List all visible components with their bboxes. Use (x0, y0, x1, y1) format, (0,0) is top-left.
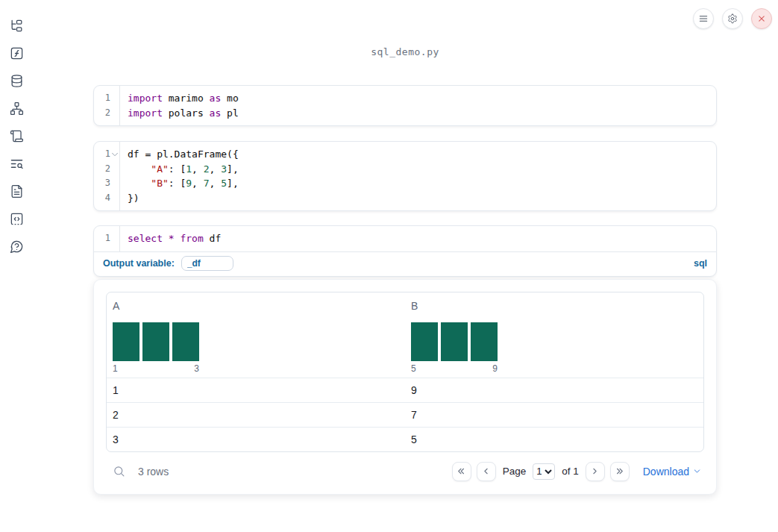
code-square-icon (10, 212, 24, 226)
code-line: 1import marimo as mo (94, 91, 716, 106)
table-row[interactable]: 19 (107, 378, 703, 402)
column-name: A (113, 300, 399, 312)
sidebar-item-variables[interactable] (9, 46, 24, 60)
code-text: df = pl.DataFrame({ (119, 147, 239, 162)
code-line: 3 "B": [9, 7, 5], (94, 176, 716, 191)
code-line: 1select * from df (94, 231, 716, 246)
page-of-label: of 1 (562, 466, 579, 477)
network-icon (10, 101, 24, 116)
histogram-bar (441, 322, 468, 361)
last-page-button[interactable] (610, 462, 630, 481)
search-button[interactable] (113, 465, 125, 478)
fold-toggle-icon[interactable] (110, 150, 119, 159)
sidebar-item-logs[interactable] (9, 128, 24, 143)
histogram-max-label: 3 (194, 363, 199, 374)
pagination: Page 1 of 1 (452, 462, 630, 481)
table-header: A13B59 (107, 292, 703, 378)
next-page-button[interactable] (586, 462, 605, 481)
sql-cell-footer: Output variable: sql (94, 251, 716, 276)
code-cell-dataframe[interactable]: 1df = pl.DataFrame({2 "A": [1, 2, 3],3 "… (93, 141, 717, 211)
code-editor[interactable]: 1select * from df (94, 226, 716, 251)
sidebar-item-dependencies[interactable] (9, 101, 24, 116)
file-text-icon (10, 184, 24, 198)
sidebar-item-help[interactable] (9, 239, 24, 254)
column-header-A[interactable]: A13 (107, 292, 405, 378)
table-cell: 2 (107, 409, 405, 421)
output-variable-input[interactable] (181, 256, 233, 271)
code-line: 2 "A": [1, 2, 3], (94, 162, 716, 177)
histogram-axis-labels: 13 (113, 363, 199, 376)
code-text: select * from df (119, 231, 221, 246)
page-select[interactable]: 1 (533, 463, 555, 480)
histogram-bar (113, 322, 139, 361)
line-number: 3 (94, 176, 110, 191)
column-histogram (411, 322, 697, 361)
help-bubble-icon (10, 240, 24, 254)
table-body: 192735 (107, 378, 703, 451)
row-count-label: 3 rows (138, 466, 169, 478)
line-number: 1 (94, 231, 110, 246)
download-button[interactable]: Download (643, 466, 701, 478)
sidebar-item-outline[interactable] (9, 156, 24, 171)
code-editor[interactable]: 1df = pl.DataFrame({2 "A": [1, 2, 3],3 "… (94, 142, 716, 210)
line-number: 2 (94, 162, 110, 177)
code-line: 4}) (94, 191, 716, 206)
column-name: B (411, 300, 697, 312)
table-cell: 3 (107, 434, 405, 445)
code-text: import polars as pl (119, 106, 239, 121)
download-label: Download (643, 466, 689, 478)
text-search-icon (10, 157, 24, 171)
table-cell: 5 (405, 434, 703, 445)
scroll-icon (10, 129, 24, 143)
line-number: 1 (94, 91, 110, 106)
code-text: "B": [9, 7, 5], (119, 176, 239, 191)
file-tree-icon (10, 19, 24, 33)
column-header-B[interactable]: B59 (405, 292, 703, 378)
function-square-icon (10, 46, 24, 60)
histogram-bar (411, 322, 438, 361)
output-variable-label: Output variable: (103, 258, 175, 269)
table-cell: 1 (107, 384, 405, 396)
sidebar-item-snippets[interactable] (9, 211, 24, 226)
settings-button[interactable] (722, 8, 743, 29)
line-number: 1 (94, 147, 110, 162)
histogram-min-label: 1 (113, 363, 118, 374)
close-button[interactable] (751, 8, 772, 29)
chevron-down-icon (693, 467, 701, 475)
sidebar-item-documentation[interactable] (9, 184, 24, 198)
sql-language-badge: sql (694, 258, 707, 269)
gear-icon (727, 13, 738, 24)
histogram-axis-labels: 59 (411, 363, 498, 376)
menu-button[interactable] (693, 8, 714, 29)
chevrons-right-icon (615, 466, 624, 476)
chevron-right-icon (590, 466, 600, 476)
code-text: import marimo as mo (119, 91, 239, 106)
code-cell-imports[interactable]: 1import marimo as mo2import polars as pl (93, 85, 717, 126)
menu-icon (698, 13, 709, 24)
first-page-button[interactable] (452, 462, 471, 481)
code-line: 2import polars as pl (94, 106, 716, 121)
column-histogram (113, 322, 399, 361)
table-row[interactable]: 27 (107, 402, 703, 427)
sql-cell[interactable]: 1select * from df Output variable: sql (93, 225, 717, 277)
table-row[interactable]: 35 (107, 427, 703, 451)
code-text: }) (119, 191, 139, 206)
sidebar-item-datasources[interactable] (9, 73, 24, 88)
sidebar-item-file-explorer[interactable] (9, 18, 24, 33)
line-number: 4 (94, 191, 110, 206)
notebook-actions (693, 8, 772, 29)
search-icon (113, 465, 125, 478)
code-text: "A": [1, 2, 3], (119, 162, 239, 177)
chevrons-left-icon (457, 466, 466, 476)
histogram-bar (471, 322, 498, 361)
notebook-filename: sql_demo.py (93, 46, 717, 57)
prev-page-button[interactable] (477, 462, 496, 481)
histogram-bar (142, 322, 169, 361)
sql-output-card: A13B59 192735 3 rows Page 1 of 1 Downloa… (93, 279, 717, 495)
code-editor[interactable]: 1import marimo as mo2import polars as pl (94, 86, 716, 125)
table-cell: 9 (405, 384, 703, 396)
dataframe-table: A13B59 192735 (106, 292, 704, 452)
notebook: sql_demo.py 1import marimo as mo2import … (93, 46, 717, 495)
histogram-max-label: 9 (492, 363, 498, 374)
code-line: 1df = pl.DataFrame({ (94, 147, 716, 162)
